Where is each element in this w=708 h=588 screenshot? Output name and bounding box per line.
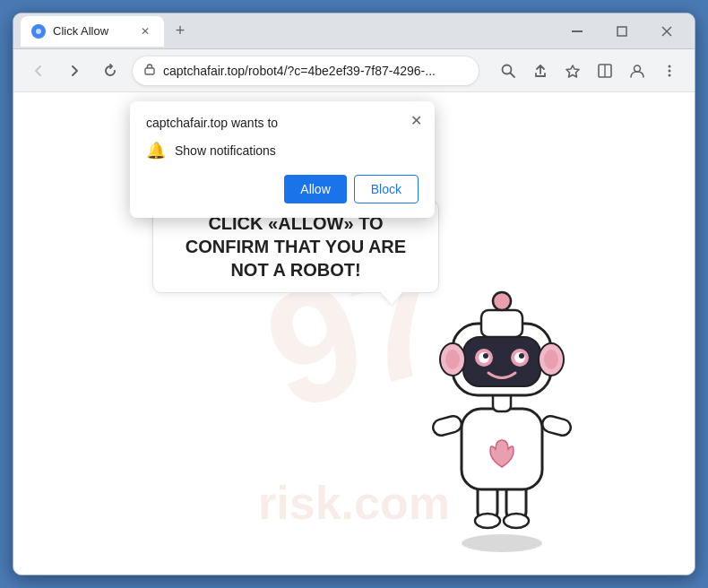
svg-rect-2 (572, 30, 583, 32)
active-tab[interactable]: Click Allow ✕ (21, 16, 164, 47)
svg-marker-9 (566, 65, 579, 77)
bell-icon: 🔔 (146, 141, 166, 160)
notification-label: Show notifications (175, 143, 276, 158)
window-controls (557, 17, 687, 46)
close-button[interactable] (646, 17, 687, 46)
tab-title: Click Allow (53, 24, 130, 38)
svg-point-38 (519, 353, 524, 359)
svg-line-8 (511, 73, 515, 77)
back-button[interactable] (24, 56, 53, 85)
svg-point-20 (504, 514, 529, 528)
svg-point-15 (669, 74, 671, 76)
svg-point-27 (493, 292, 511, 310)
new-tab-button[interactable]: + (168, 19, 193, 44)
popup-close-button[interactable]: ✕ (406, 110, 426, 130)
allow-button[interactable]: Allow (284, 175, 346, 203)
forward-button[interactable] (60, 56, 89, 85)
bookmark-icon[interactable] (558, 56, 587, 85)
more-options-icon[interactable] (655, 56, 684, 85)
notification-popup: ✕ captchafair.top wants to 🔔 Show notifi… (130, 101, 435, 218)
browser-window: Click Allow ✕ + (13, 13, 695, 575)
svg-point-16 (462, 534, 542, 552)
svg-point-14 (669, 69, 671, 72)
nav-bar: captchafair.top/robot4/?c=4be2ef39-7f87-… (13, 49, 695, 92)
minimize-button[interactable] (557, 17, 598, 46)
url-display: captchafair.top/robot4/?c=4be2ef39-7f87-… (163, 64, 468, 78)
tab-favicon (31, 24, 46, 39)
nav-action-icons (494, 56, 684, 85)
robot-illustration (399, 270, 605, 557)
tab-close-button[interactable]: ✕ (137, 23, 153, 39)
maximize-button[interactable] (601, 17, 643, 46)
svg-point-1 (36, 29, 41, 34)
block-button[interactable]: Block (354, 175, 419, 203)
svg-point-32 (544, 350, 558, 369)
svg-point-12 (635, 65, 641, 72)
page-content: 97 risk.com ✕ captchafair.top wants to 🔔… (13, 92, 695, 575)
refresh-button[interactable] (96, 56, 125, 85)
svg-rect-6 (145, 68, 154, 74)
account-icon[interactable] (623, 56, 652, 85)
svg-point-30 (445, 350, 460, 369)
splitscreen-icon[interactable] (591, 56, 619, 85)
share-icon[interactable] (526, 56, 555, 85)
title-bar: Click Allow ✕ + (13, 13, 695, 49)
page-main-text: CLICK «ALLOW» TO CONFIRM THAT YOU ARE NO… (186, 213, 406, 280)
svg-rect-3 (617, 27, 626, 36)
svg-point-37 (483, 353, 488, 359)
svg-rect-23 (540, 414, 573, 437)
lock-icon (143, 63, 156, 78)
svg-point-19 (475, 514, 500, 528)
address-bar[interactable]: captchafair.top/robot4/?c=4be2ef39-7f87-… (132, 56, 479, 86)
search-icon[interactable] (494, 56, 522, 85)
popup-title: captchafair.top wants to (146, 116, 419, 130)
svg-rect-26 (481, 310, 522, 337)
tab-container: Click Allow ✕ + (21, 16, 551, 47)
svg-rect-22 (431, 414, 463, 437)
popup-action-buttons: Allow Block (146, 175, 419, 203)
notification-row: 🔔 Show notifications (146, 141, 419, 160)
svg-point-13 (669, 65, 671, 67)
